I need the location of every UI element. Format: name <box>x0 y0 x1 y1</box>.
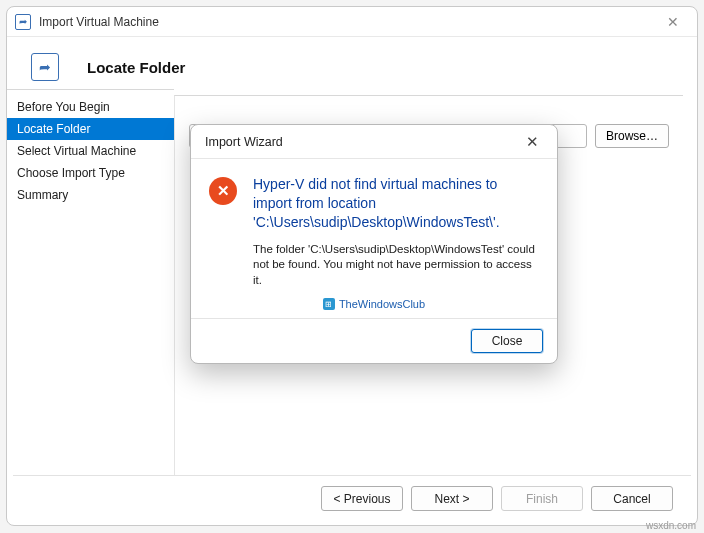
dialog-message: Hyper-V did not find virtual machines to… <box>253 175 539 288</box>
watermark: ⊞ TheWindowsClub <box>191 296 557 318</box>
page-title: Locate Folder <box>87 59 185 76</box>
sidebar-item-select-vm[interactable]: Select Virtual Machine <box>7 140 174 162</box>
watermark-text: TheWindowsClub <box>339 298 425 310</box>
dialog-footer: Close <box>191 318 557 363</box>
dialog-sub-message: The folder 'C:\Users\sudip\Desktop\Windo… <box>253 242 539 289</box>
dialog-close-button[interactable]: Close <box>471 329 543 353</box>
cancel-button[interactable]: Cancel <box>591 486 673 511</box>
dialog-body: ✕ Hyper-V did not find virtual machines … <box>191 159 557 296</box>
error-icon: ✕ <box>209 177 237 205</box>
page-icon: ➦ <box>31 53 59 81</box>
previous-button[interactable]: < Previous <box>321 486 403 511</box>
wizard-header: ➦ Locate Folder <box>7 37 697 89</box>
next-button[interactable]: Next > <box>411 486 493 511</box>
dialog-close-icon[interactable]: ✕ <box>518 131 547 153</box>
titlebar: ➦ Import Virtual Machine ✕ <box>7 7 697 37</box>
finish-button: Finish <box>501 486 583 511</box>
app-icon: ➦ <box>15 14 31 30</box>
wizard-sidebar: Before You Begin Locate Folder Select Vi… <box>7 89 174 475</box>
sidebar-item-locate-folder[interactable]: Locate Folder <box>7 118 174 140</box>
close-icon[interactable]: ✕ <box>657 10 689 34</box>
sidebar-item-summary[interactable]: Summary <box>7 184 174 206</box>
dialog-title: Import Wizard <box>205 135 283 149</box>
sidebar-item-before-you-begin[interactable]: Before You Begin <box>7 96 174 118</box>
watermark-icon: ⊞ <box>323 298 335 310</box>
dialog-main-message: Hyper-V did not find virtual machines to… <box>253 175 539 232</box>
attribution: wsxdn.com <box>646 520 696 531</box>
error-dialog: Import Wizard ✕ ✕ Hyper-V did not find v… <box>190 124 558 364</box>
window-title: Import Virtual Machine <box>39 15 159 29</box>
sidebar-item-choose-import-type[interactable]: Choose Import Type <box>7 162 174 184</box>
browse-button[interactable]: Browse… <box>595 124 669 148</box>
dialog-titlebar: Import Wizard ✕ <box>191 125 557 159</box>
wizard-footer: < Previous Next > Finish Cancel <box>13 475 691 525</box>
